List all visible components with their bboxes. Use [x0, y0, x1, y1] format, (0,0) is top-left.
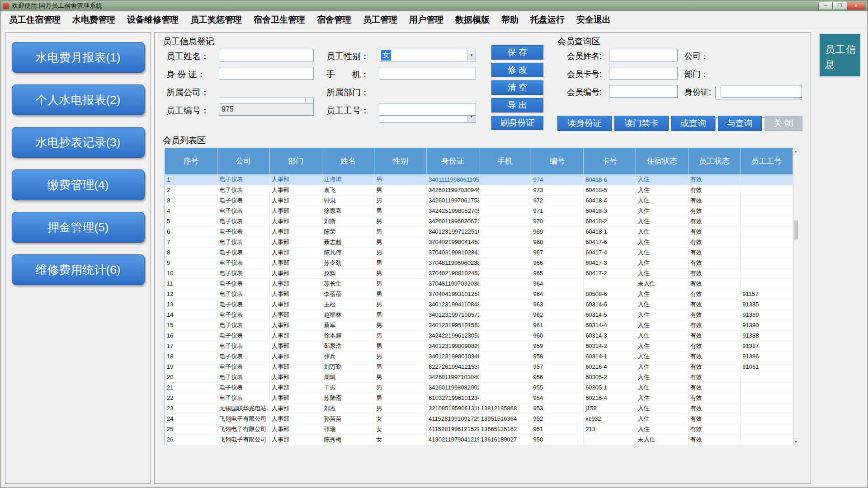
table-row[interactable]: 19电子仪表人事部刘万勤男6227261994121530...95760216… [165, 361, 793, 372]
work-number-input[interactable] [379, 103, 476, 116]
swipe-id-button[interactable]: 刷身份证 [491, 116, 543, 130]
table-row[interactable]: 21电子仪表人事部干振男3426011998082002...95560305-… [165, 382, 793, 393]
sidebar-report-button[interactable]: 个人水电报表(2) [12, 84, 145, 115]
read-id-button[interactable]: 读身份证 [557, 116, 612, 131]
cell: 孙苗苗 [322, 413, 374, 424]
cell: 男 [374, 237, 427, 247]
sidebar-report-button[interactable]: 维修费用统计(6) [12, 254, 145, 285]
cell: 入住 [636, 413, 688, 424]
menu-item[interactable]: 设备维修管理 [121, 12, 184, 28]
clear-button[interactable]: 清 空 [491, 80, 543, 95]
column-header[interactable]: 身份证 [427, 148, 479, 174]
table-row[interactable]: 26飞翎电子有限公司人事部陈秀梅女4130211979041219...1361… [165, 434, 793, 445]
column-header[interactable]: 性别 [374, 148, 427, 174]
cell: 有效 [688, 268, 741, 278]
menu-item[interactable]: 员工住宿管理 [3, 12, 66, 28]
table-row[interactable]: 7电子仪表人事部聂志超男3704021998041453...96860417-… [165, 237, 793, 247]
menu-item[interactable]: 用户管理 [403, 12, 449, 28]
column-header[interactable]: 员工工号 [741, 148, 793, 174]
column-header[interactable]: 手机 [479, 148, 531, 174]
idcard-input[interactable] [219, 67, 314, 80]
menu-item[interactable]: 帮助 [495, 12, 524, 28]
table-row[interactable]: 9电子仪表人事部苏令劲男3704811996060238...96660417-… [165, 258, 793, 268]
menu-item[interactable]: 托盘运行 [524, 12, 571, 28]
sidebar-report-button[interactable]: 缴费管理(4) [12, 169, 145, 200]
column-header[interactable]: 姓名 [322, 148, 374, 174]
column-header[interactable]: 编号 [531, 148, 584, 174]
menu-item[interactable]: 宿舍卫生管理 [248, 12, 311, 28]
table-row[interactable]: 17电子仪表人事部邵家浩男3401231998090820...95960314… [165, 341, 793, 351]
column-header[interactable]: 部门 [269, 148, 322, 174]
menu-item[interactable]: 水电费管理 [66, 12, 121, 28]
query-idcard-input[interactable] [721, 85, 802, 98]
or-query-button[interactable]: 或查询 [671, 116, 715, 131]
gender-select[interactable]: 女 ▼ [379, 49, 476, 61]
table-row[interactable]: 22电子仪表人事部苏陆斋男6103271996101234...95460216… [165, 393, 793, 403]
table-row[interactable]: 8电子仪表人事部陈凡伟男3704031998102841...96760417-… [165, 247, 793, 258]
table-row[interactable]: 11电子仪表人事部苏长生男3704811997032038...964未入住有效 [165, 278, 793, 289]
table-row[interactable]: 12电子仪表人事部李蓓蓓男3704041993101250...96480508… [165, 289, 793, 299]
table-row[interactable]: 23无锡国联华光电站...人事部刘杰男3210851959061318...13… [165, 403, 793, 413]
table-row[interactable]: 2电子仪表人事部袁飞男3426011997030946...97360418-5… [165, 185, 793, 195]
table-row[interactable]: 13电子仪表人事部王松男3401231994110848...96360314-… [165, 299, 793, 310]
table-row[interactable]: 4电子仪表人事部徐家嘉男3424251998052705...97160418-… [165, 206, 793, 216]
and-query-button[interactable]: 与查询 [718, 116, 762, 131]
vertical-scrollbar[interactable]: ▲ ▼ [793, 148, 798, 445]
cell [741, 237, 793, 247]
table-row[interactable]: 1电子仪表人事部江海涛男3401111998061105...97460418-… [165, 174, 793, 185]
table-row[interactable]: 24飞翎电子有限公司人事部孙苗苗女4115281991092729...1395… [165, 413, 793, 424]
table-row[interactable]: 3电子仪表人事部钟泉男3426011997061753...97260418-4… [165, 195, 793, 206]
cell: 陈凡伟 [322, 247, 374, 258]
table-row[interactable]: 14电子仪表人事部赵福林男3401231997100572...96260314… [165, 310, 793, 320]
phone-input[interactable] [379, 67, 476, 80]
menu-item[interactable]: 宿舍管理 [311, 12, 357, 28]
scroll-down-icon[interactable]: ▼ [793, 438, 798, 445]
table-row[interactable]: 15电子仪表人事部蔡军男3401231995101562...96160314-… [165, 320, 793, 330]
cell: 13665135162 [479, 424, 531, 434]
table-row[interactable]: 10电子仪表人事部赵辉男3704021988102453...96560417-… [165, 268, 793, 278]
table-row[interactable]: 20电子仪表人事部周斌男3426011997103040...95660305-… [165, 372, 793, 382]
menu-item[interactable]: 安全退出 [571, 12, 617, 28]
cell: 入住 [636, 424, 688, 434]
cell [479, 299, 531, 310]
employee-name-input[interactable] [219, 49, 314, 61]
member-number-input[interactable] [609, 85, 678, 98]
member-name-input[interactable] [609, 49, 678, 61]
cell: 女 [374, 434, 427, 445]
column-header[interactable]: 住宿状态 [636, 148, 688, 174]
save-button[interactable]: 保 存 [491, 45, 543, 60]
menu-item[interactable]: 员工管理 [357, 12, 403, 28]
minimize-button[interactable]: ─ [818, 2, 833, 10]
scrollbar-thumb[interactable] [794, 221, 798, 239]
employee-number-input[interactable] [219, 103, 314, 116]
sidebar-report-button[interactable]: 水电费月报表(1) [12, 42, 145, 73]
modify-button[interactable]: 修 改 [491, 63, 543, 77]
employee-info-button[interactable]: 员工信息 [820, 34, 860, 76]
table-row[interactable]: 16电子仪表人事部徐本耀男3424221996123052...96060314… [165, 330, 793, 341]
close-query-button[interactable]: 关 闭 [764, 116, 802, 131]
table-row[interactable]: 6电子仪表人事部陈荣男3401231997122516...96960418-1… [165, 226, 793, 237]
column-header[interactable]: 卡号 [584, 148, 636, 174]
idcard-label: 身 份 证： [166, 69, 206, 80]
sidebar-report-button[interactable]: 押金管理(5) [12, 212, 145, 243]
column-header[interactable]: 员工状态 [688, 148, 741, 174]
menu-item[interactable]: 数据模版 [449, 12, 495, 28]
read-access-button[interactable]: 读门禁卡 [614, 116, 669, 131]
employee-gender-label: 员工性别： [326, 51, 369, 62]
sidebar-report-button[interactable]: 水电抄表记录(3) [12, 127, 145, 158]
cell: 有效 [688, 434, 741, 445]
cell: 李蓓蓓 [322, 289, 374, 299]
menu-item[interactable]: 员工奖惩管理 [184, 12, 248, 28]
column-header[interactable]: 序号 [165, 148, 217, 174]
close-button[interactable]: ✕ [847, 2, 865, 10]
scroll-up-icon[interactable]: ▲ [793, 148, 798, 155]
cell: 入住 [636, 258, 688, 268]
column-header[interactable]: 公司 [217, 148, 270, 174]
cell: 未入住 [636, 278, 688, 289]
table-row[interactable]: 18电子仪表人事部张兵男3401231998010348...95860314-… [165, 351, 793, 361]
maximize-button[interactable]: ❐ [833, 2, 847, 10]
table-row[interactable]: 25飞翎电子有限公司人事部张瑞女4115281986121529...13665… [165, 424, 793, 434]
export-button[interactable]: 导 出 [491, 98, 543, 113]
table-row[interactable]: 5电子仪表人事部刘斯男3426011996020671...97060418-2… [165, 216, 793, 226]
member-card-input[interactable] [609, 67, 678, 80]
